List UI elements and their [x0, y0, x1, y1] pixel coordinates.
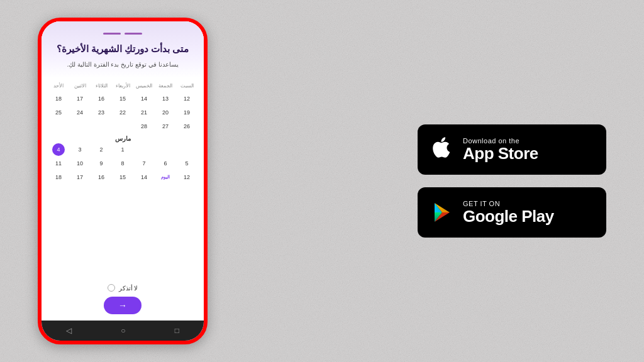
cal-row-mar-2: 5 6 7 8 9 10 11 — [48, 157, 197, 170]
cal-header-cell: الجمعة — [155, 82, 176, 90]
back-nav-icon[interactable]: ◁ — [66, 326, 72, 335]
cal-cell[interactable]: 7 — [138, 157, 150, 170]
cal-cell[interactable]: 12 — [180, 171, 193, 184]
radio-option-dont-remember[interactable]: لا أتذكر — [108, 284, 138, 292]
month-label-march: مارس — [48, 135, 197, 142]
cal-header-cell: الاثنين — [69, 82, 91, 90]
apple-icon — [430, 135, 454, 165]
google-play-sublabel: GET IT ON — [463, 200, 554, 207]
cal-cell[interactable]: 18 — [52, 171, 65, 184]
question-subtext: يساعدنا في توقع تاريخ بدء الفترة التالية… — [67, 60, 178, 69]
question-title: متى بدأت دورتكِ الشهرية الأخيرة؟ — [57, 42, 189, 57]
cal-cell[interactable]: 23 — [95, 106, 108, 119]
cal-cell — [74, 120, 86, 133]
cal-cell[interactable]: 16 — [95, 171, 108, 184]
phone-navbar: ◁ ○ □ — [42, 321, 204, 341]
app-store-sublabel: Download on the — [463, 137, 538, 145]
cal-cell — [95, 120, 108, 133]
next-arrow-icon: → — [118, 300, 127, 310]
cal-cell[interactable]: 2 — [95, 143, 108, 156]
google-play-button[interactable]: GET IT ON Google Play — [418, 187, 606, 238]
cal-cell[interactable]: 27 — [159, 120, 172, 133]
google-play-mainlabel: Google Play — [463, 207, 554, 226]
radio-label: لا أتذكر — [119, 285, 138, 292]
cal-header-cell: الأربعاء — [112, 82, 133, 90]
google-play-text: GET IT ON Google Play — [463, 200, 554, 226]
home-nav-icon[interactable]: ○ — [121, 326, 125, 335]
cal-header-cell: الخميس — [133, 82, 155, 90]
cal-cell[interactable]: 15 — [116, 171, 129, 184]
cal-cell[interactable]: 19 — [180, 106, 193, 119]
cal-cell[interactable]: 20 — [159, 106, 172, 119]
cal-cell[interactable]: 18 — [52, 92, 65, 105]
cal-row-feb-3: 26 27 28 — [48, 120, 197, 133]
cal-cell — [52, 120, 65, 133]
cal-cell[interactable]: 10 — [74, 157, 86, 170]
cal-cell[interactable]: 21 — [138, 106, 150, 119]
phone-mockup: متى بدأت دورتكِ الشهرية الأخيرة؟ يساعدنا… — [38, 18, 208, 344]
cal-cell[interactable]: 12 — [180, 92, 193, 105]
cal-row-mar-1: 1 2 3 4 — [48, 143, 197, 156]
cal-cell[interactable]: 14 — [138, 92, 150, 105]
cal-cell[interactable]: 28 — [138, 120, 150, 133]
next-button[interactable]: → — [104, 297, 142, 314]
phone-frame: متى بدأت دورتكِ الشهرية الأخيرة؟ يساعدنا… — [38, 18, 208, 344]
cal-cell[interactable]: 16 — [95, 92, 108, 105]
cal-cell[interactable]: 24 — [74, 106, 86, 119]
cal-header-cell: الثلاثاء — [91, 82, 112, 90]
radio-circle[interactable] — [108, 284, 115, 292]
cal-cell[interactable]: 22 — [116, 106, 129, 119]
cal-cell[interactable]: 9 — [95, 157, 108, 170]
cal-cell[interactable]: 17 — [74, 171, 86, 184]
progress-indicator — [103, 33, 142, 35]
app-store-mainlabel: App Store — [463, 145, 538, 163]
progress-step-2 — [125, 33, 142, 35]
cal-cell[interactable]: 11 — [52, 157, 65, 170]
cal-cell[interactable]: 25 — [52, 106, 65, 119]
cal-row-mar-3: 12 اليوم 14 15 16 17 18 — [48, 171, 197, 184]
cal-cell[interactable]: 14 — [138, 171, 150, 184]
cal-cell-today[interactable]: اليوم — [159, 171, 172, 184]
cal-header-feb: السبت الجمعة الخميس الأربعاء الثلاثاء ال… — [48, 82, 197, 90]
cal-cell[interactable]: 3 — [74, 143, 86, 156]
cal-cell[interactable]: 5 — [180, 157, 193, 170]
cal-cell — [116, 120, 129, 133]
progress-step-1 — [103, 33, 121, 35]
app-store-button[interactable]: Download on the App Store — [418, 124, 606, 175]
phone-screen: متى بدأت دورتكِ الشهرية الأخيرة؟ يساعدنا… — [42, 21, 204, 321]
cal-cell — [180, 143, 193, 156]
calendar: السبت الجمعة الخميس الأربعاء الثلاثاء ال… — [42, 78, 204, 280]
cal-cell[interactable]: 26 — [180, 120, 193, 133]
cal-cell-highlighted[interactable]: 4 — [52, 143, 65, 156]
cal-cell[interactable]: 15 — [116, 92, 129, 105]
cal-cell[interactable]: 1 — [116, 143, 129, 156]
cal-cell[interactable]: 6 — [159, 157, 172, 170]
cal-cell — [159, 143, 172, 156]
recents-nav-icon[interactable]: □ — [175, 326, 179, 335]
store-buttons-container: Download on the App Store — [418, 124, 606, 238]
google-play-icon — [430, 200, 454, 224]
cal-row-feb-1: 12 13 14 15 16 17 18 — [48, 92, 197, 105]
cal-row-feb-2: 19 20 21 22 23 24 25 — [48, 106, 197, 119]
cal-cell — [138, 143, 150, 156]
phone-header: متى بدأت دورتكِ الشهرية الأخيرة؟ يساعدنا… — [42, 21, 204, 78]
cal-cell[interactable]: 8 — [116, 157, 129, 170]
cal-cell[interactable]: 13 — [159, 92, 172, 105]
cal-header-cell: الأحد — [48, 82, 69, 90]
phone-bottom-area: لا أتذكر → — [42, 279, 204, 321]
cal-header-cell: السبت — [176, 82, 197, 90]
cal-cell[interactable]: 17 — [74, 92, 86, 105]
app-store-text: Download on the App Store — [463, 137, 538, 163]
